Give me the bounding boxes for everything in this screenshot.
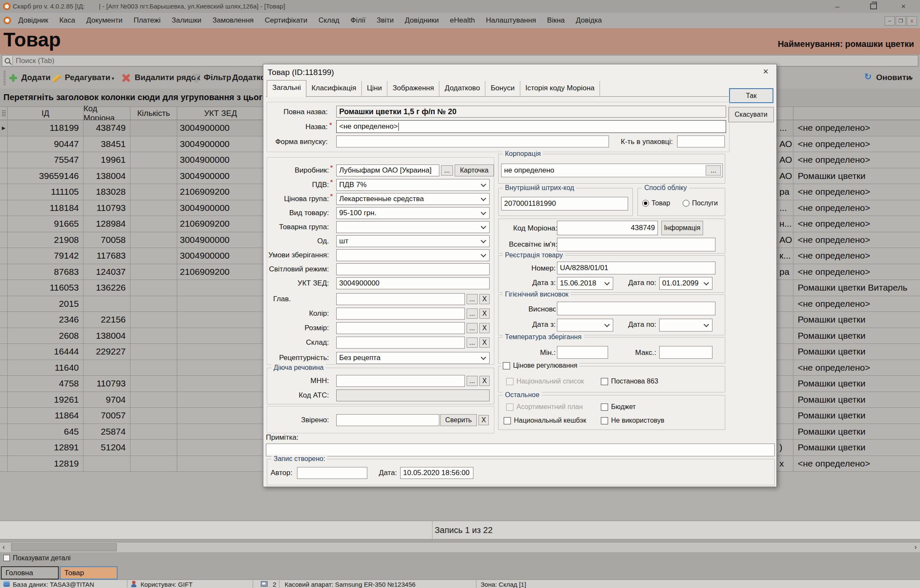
- size-clear-button[interactable]: X: [479, 323, 490, 333]
- name-field[interactable]: <не определено>: [336, 120, 726, 133]
- note-field[interactable]: [266, 444, 775, 456]
- document-tab-Товар[interactable]: Товар: [60, 566, 118, 579]
- decree-863-checkbox[interactable]: Постанова 863: [601, 378, 658, 385]
- min-field[interactable]: [557, 346, 608, 359]
- product-kind-select[interactable]: 95-100 грн.: [336, 207, 490, 219]
- verify-button[interactable]: Сверить: [440, 414, 477, 426]
- menu-item-Склад[interactable]: Склад: [313, 16, 345, 25]
- menu-item-Вікна[interactable]: Вікна: [542, 16, 570, 25]
- price-group-select[interactable]: Лекарственные средства: [336, 193, 490, 205]
- column-header-ukt[interactable]: УКТ ЗЕД: [177, 107, 264, 120]
- size-field[interactable]: [336, 322, 465, 334]
- sklad-field[interactable]: [336, 337, 465, 349]
- created-date-field[interactable]: 10.05.2020 18:56:00: [400, 467, 473, 479]
- manufacturer-browse-button[interactable]: ...: [441, 165, 453, 176]
- release-form-field[interactable]: [336, 135, 609, 147]
- hyg-date-from-select[interactable]: [557, 319, 613, 331]
- scrollbar-thumb[interactable]: [11, 543, 117, 551]
- column-header-id[interactable]: ІД: [8, 107, 84, 120]
- menu-item-Каса[interactable]: Каса: [54, 16, 81, 25]
- mdi-restore-button[interactable]: ❒: [896, 16, 906, 26]
- glav-field[interactable]: [336, 293, 465, 305]
- delete-row-button[interactable]: Видалити рядок: [135, 73, 200, 82]
- pack-qty-field[interactable]: [677, 135, 725, 147]
- dialog-tab-Ціни[interactable]: Ціни: [362, 81, 387, 96]
- world-name-field[interactable]: [557, 238, 715, 251]
- menu-item-Довідники[interactable]: Довідники: [399, 16, 444, 25]
- menu-item-Налаштування[interactable]: Налаштування: [480, 16, 542, 25]
- mdi-minimize-button[interactable]: –: [885, 16, 895, 26]
- hyg-date-to-select[interactable]: [659, 319, 712, 331]
- storage-select[interactable]: [336, 249, 490, 261]
- not-used-checkbox[interactable]: Не використовув: [601, 417, 664, 424]
- add-button[interactable]: Додати: [21, 73, 51, 82]
- column-header-fragment[interactable]: [777, 107, 793, 120]
- full-name-field[interactable]: Ромашки цветки 1,5 г ф/п № 20: [336, 106, 726, 118]
- menu-item-Залишки[interactable]: Залишки: [166, 16, 207, 25]
- mnn-field[interactable]: [336, 375, 465, 387]
- scroll-left-icon[interactable]: ‹: [3, 543, 5, 551]
- rx-select[interactable]: Без рецепта: [336, 352, 490, 364]
- unit-select[interactable]: шт: [336, 235, 490, 247]
- date-to-select[interactable]: 01.01.2099: [659, 277, 712, 290]
- budget-checkbox[interactable]: Бюджет: [601, 403, 636, 411]
- mdi-close-button[interactable]: x: [907, 16, 917, 26]
- scroll-right-icon[interactable]: ›: [914, 543, 917, 551]
- dialog-tab-Загальні[interactable]: Загальні: [267, 80, 306, 97]
- cancel-button[interactable]: Скасувати: [728, 107, 774, 122]
- author-field[interactable]: [297, 467, 367, 479]
- menu-item-Звіти[interactable]: Звіти: [371, 16, 399, 25]
- vat-select[interactable]: ПДВ 7%: [336, 179, 490, 191]
- color-field[interactable]: [336, 308, 465, 320]
- date-from-select[interactable]: 15.06.2018: [557, 277, 613, 290]
- color-clear-button[interactable]: X: [479, 308, 490, 319]
- radio-service[interactable]: Послуги: [683, 199, 718, 207]
- dialog-tab-Зображення[interactable]: Зображення: [387, 81, 439, 96]
- manufacturer-card-button[interactable]: Карточка: [455, 164, 494, 176]
- number-field[interactable]: UA/8288/01/01: [557, 262, 715, 274]
- menu-item-Платежі[interactable]: Платежі: [128, 16, 166, 25]
- menu-item-Довідник[interactable]: Довідник: [13, 16, 54, 25]
- morion-field[interactable]: 438749: [557, 221, 658, 235]
- menu-item-Філії[interactable]: Філії: [345, 16, 371, 25]
- close-button[interactable]: ×: [895, 1, 912, 12]
- refresh-dropdown-icon[interactable]: ▾: [910, 75, 913, 81]
- price-regulation-checkbox[interactable]: Цінове регулювання: [501, 362, 579, 369]
- dialog-tab-Додатково[interactable]: Додатково: [439, 81, 485, 96]
- info-button[interactable]: Інформація: [661, 221, 703, 235]
- national-cashback-checkbox[interactable]: Национальный кешбэк: [504, 417, 586, 424]
- refresh-button[interactable]: Оновити: [876, 73, 911, 82]
- corporation-field[interactable]: не определено: [501, 164, 723, 177]
- sklad-clear-button[interactable]: X: [479, 337, 490, 348]
- toolbar-grip[interactable]: [3, 71, 6, 85]
- menu-item-Документи[interactable]: Документи: [81, 16, 128, 25]
- minimize-button[interactable]: –: [829, 1, 846, 12]
- ukt-field[interactable]: 3004900000: [336, 277, 490, 289]
- show-details-checkbox[interactable]: [3, 555, 10, 561]
- column-header-qty[interactable]: Кількість: [130, 107, 177, 120]
- column-header-morion[interactable]: Код Моріона: [84, 107, 130, 120]
- light-mode-field[interactable]: [336, 263, 490, 275]
- corporation-browse-button[interactable]: ...: [706, 165, 721, 176]
- horizontal-scrollbar[interactable]: ‹ ›: [0, 542, 920, 552]
- ok-button[interactable]: Так: [729, 88, 773, 103]
- dialog-tab-Класифікація[interactable]: Класифікація: [306, 81, 362, 96]
- barcode-field[interactable]: 2070001181990: [501, 197, 628, 210]
- menu-item-Сертифікати[interactable]: Сертифікати: [259, 16, 313, 25]
- menu-item-Довідка[interactable]: Довідка: [570, 16, 607, 25]
- size-browse-button[interactable]: ...: [467, 323, 478, 333]
- glav-browse-button[interactable]: ...: [467, 294, 478, 304]
- sklad-browse-button[interactable]: ...: [467, 337, 478, 348]
- color-browse-button[interactable]: ...: [467, 308, 478, 319]
- restore-button[interactable]: [865, 1, 882, 12]
- edit-dropdown-icon[interactable]: ▾: [112, 75, 114, 81]
- glav-clear-button[interactable]: X: [479, 294, 490, 304]
- filter-button[interactable]: Фільтр: [204, 73, 231, 82]
- menu-item-eHealth[interactable]: eHealth: [444, 16, 481, 25]
- dialog-tab-Історія коду Моріона[interactable]: Історія коду Моріона: [520, 81, 600, 96]
- dialog-tab-Бонуси[interactable]: Бонуси: [485, 81, 520, 96]
- menu-item-Замовлення[interactable]: Замовлення: [207, 16, 259, 25]
- dialog-close-icon[interactable]: ×: [759, 66, 772, 77]
- mnn-browse-button[interactable]: ...: [467, 376, 478, 386]
- verify-clear-button[interactable]: X: [479, 415, 489, 425]
